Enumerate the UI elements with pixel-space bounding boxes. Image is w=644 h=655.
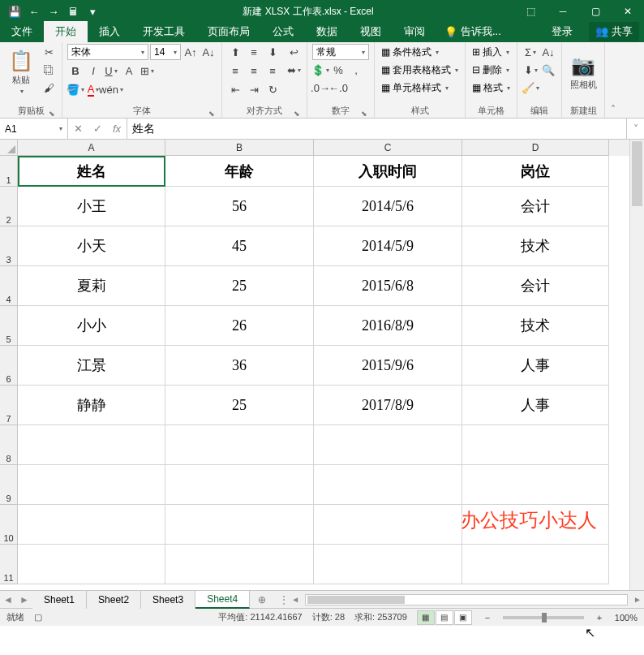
cell[interactable]: 45	[165, 226, 314, 266]
bold-button[interactable]: B	[67, 62, 84, 79]
cell[interactable]	[314, 425, 462, 465]
cell[interactable]: 2015/6/8	[314, 266, 462, 306]
row-header[interactable]: 8	[0, 425, 18, 465]
row-header[interactable]: 9	[0, 465, 18, 505]
cell[interactable]	[462, 425, 609, 465]
view-normal-icon[interactable]: ▦	[417, 610, 435, 625]
cell[interactable]	[314, 465, 462, 505]
hscroll-right-icon[interactable]: ►	[631, 595, 644, 604]
dialog-launcher-icon[interactable]: ⬊	[361, 110, 367, 118]
sheet-tab[interactable]: Sheet1	[32, 591, 87, 609]
decrease-decimal-icon[interactable]: ←.0	[330, 80, 346, 96]
macro-icon[interactable]: ▢	[34, 612, 42, 623]
cell[interactable]: 技术	[462, 306, 609, 346]
border-icon[interactable]: ⊞▾	[139, 62, 155, 79]
dialog-launcher-icon[interactable]: ⬊	[208, 110, 215, 118]
align-top-icon[interactable]: ⬆	[227, 44, 243, 60]
name-box[interactable]: A1▾	[0, 119, 68, 139]
fill-icon[interactable]: ⬇▾	[522, 62, 539, 78]
column-header[interactable]: A	[18, 140, 165, 156]
collapse-ribbon-icon[interactable]: ˄	[605, 42, 621, 119]
format-table-button[interactable]: ▦ 套用表格格式▾	[380, 62, 460, 78]
font-name-combo[interactable]: 宋体▾	[67, 44, 148, 60]
cell-styles-button[interactable]: ▦ 单元格样式▾	[380, 80, 450, 96]
horizontal-scrollbar[interactable]	[305, 594, 628, 605]
cell[interactable]: 2014/5/9	[314, 226, 462, 266]
align-bottom-icon[interactable]: ⬇	[264, 44, 281, 60]
cancel-icon[interactable]: ✕	[68, 119, 88, 139]
grow-font-icon[interactable]: A↑	[182, 44, 199, 60]
qat-dropdown-icon[interactable]: ▾	[83, 2, 102, 21]
save-icon[interactable]: 💾	[5, 2, 24, 21]
row-header[interactable]: 11	[0, 545, 18, 584]
formula-input[interactable]: 姓名	[127, 119, 626, 139]
increase-decimal-icon[interactable]: .0→	[312, 80, 328, 96]
cell[interactable]	[462, 505, 609, 545]
sheet-tab[interactable]: Sheet4	[195, 591, 250, 609]
zoom-out-icon[interactable]: −	[482, 613, 493, 623]
sort-icon[interactable]: A↓	[540, 44, 556, 60]
dialog-launcher-icon[interactable]: ⬊	[49, 110, 55, 118]
view-page-layout-icon[interactable]: ▤	[436, 610, 453, 625]
tab-formula[interactable]: 公式	[261, 21, 305, 42]
find-icon[interactable]: 🔍	[540, 62, 556, 78]
cell[interactable]: 2014/5/6	[314, 187, 462, 226]
grid[interactable]: 1姓名年龄入职时间岗位2小王562014/5/6会计3小天452014/5/9技…	[0, 156, 629, 584]
underline-button[interactable]: U▾	[103, 62, 119, 79]
cell[interactable]: 2017/8/9	[314, 386, 462, 425]
cell[interactable]: 岗位	[462, 156, 609, 187]
row-header[interactable]: 1	[0, 156, 18, 187]
orientation-icon[interactable]: ↻	[264, 81, 281, 97]
minimize-icon[interactable]: ─	[547, 0, 579, 23]
redo-icon[interactable]: →	[44, 2, 63, 21]
cell[interactable]	[314, 545, 462, 584]
cell[interactable]: 2016/8/9	[314, 306, 462, 346]
hscroll-left-icon[interactable]: ◄	[289, 595, 302, 604]
cell[interactable]: 入职时间	[314, 156, 462, 187]
row-header[interactable]: 7	[0, 386, 18, 425]
cell[interactable]	[165, 425, 314, 465]
tab-file[interactable]: 文件	[0, 21, 44, 42]
row-header[interactable]: 3	[0, 226, 18, 266]
cell[interactable]: 25	[165, 386, 314, 425]
maximize-icon[interactable]: ▢	[579, 0, 612, 23]
comma-icon[interactable]: ,	[348, 62, 364, 78]
login-link[interactable]: 登录	[540, 21, 584, 42]
ribbon-options-icon[interactable]: ⬚	[514, 0, 547, 23]
cell[interactable]	[165, 465, 314, 505]
insert-cells-button[interactable]: ⊞ 插入▾	[470, 44, 511, 60]
tab-insert[interactable]: 插入	[88, 21, 131, 42]
cut-icon[interactable]: ✂	[41, 44, 57, 60]
tab-review[interactable]: 审阅	[393, 21, 436, 42]
tab-view[interactable]: 视图	[349, 21, 393, 42]
cell[interactable]	[165, 545, 314, 584]
cell[interactable]: 56	[165, 187, 314, 226]
column-header[interactable]: C	[314, 140, 462, 156]
tab-data[interactable]: 数据	[305, 21, 349, 42]
italic-button[interactable]: I	[85, 62, 101, 79]
shrink-font-icon[interactable]: A↓	[200, 44, 217, 60]
cell[interactable]	[462, 465, 609, 505]
new-sheet-button[interactable]: ⊕	[250, 594, 274, 605]
cell[interactable]: 2015/9/6	[314, 346, 462, 386]
align-middle-icon[interactable]: ≡	[246, 44, 262, 60]
vertical-scrollbar[interactable]	[629, 140, 644, 590]
row-header[interactable]: 10	[0, 505, 18, 545]
row-header[interactable]: 2	[0, 187, 18, 226]
cell[interactable]: 静静	[18, 386, 165, 425]
clear-icon[interactable]: 🧹▾	[522, 80, 539, 96]
select-all-button[interactable]	[0, 140, 18, 156]
phonetic-icon[interactable]: wén▾	[103, 81, 119, 97]
decrease-indent-icon[interactable]: ⇤	[227, 81, 243, 97]
autosum-icon[interactable]: Σ▾	[522, 44, 539, 60]
cell[interactable]: 小王	[18, 187, 165, 226]
align-right-icon[interactable]: ≡	[264, 62, 281, 79]
format-cells-button[interactable]: ▦ 格式▾	[470, 80, 512, 96]
zoom-slider[interactable]	[503, 616, 584, 619]
merge-icon[interactable]: ⬌▾	[286, 62, 302, 78]
cell[interactable]: 年龄	[165, 156, 314, 187]
format-painter-icon[interactable]: 🖌	[41, 80, 57, 96]
cell[interactable]	[18, 465, 165, 505]
fx-icon[interactable]: fx	[107, 119, 127, 139]
cell[interactable]: 技术	[462, 226, 609, 266]
